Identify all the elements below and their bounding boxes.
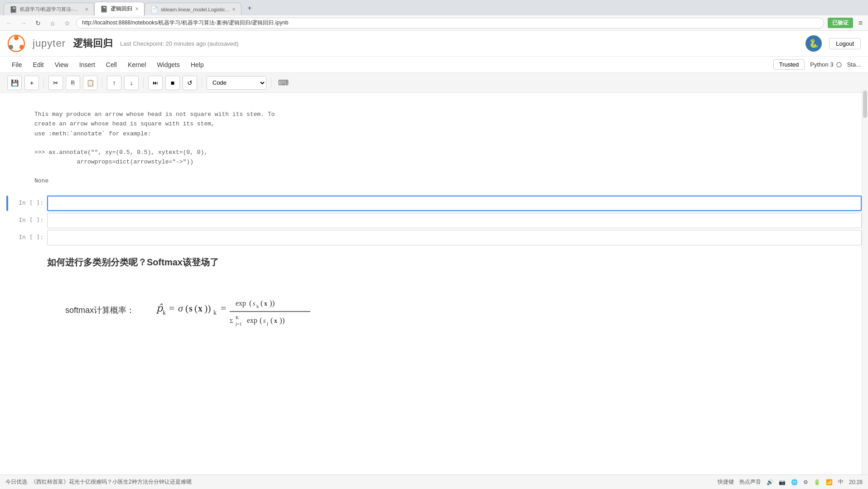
cell-3-input[interactable] [47,230,862,245]
formula-label: softmax计算概率： [65,305,135,316]
network-icon[interactable]: 🌐 [791,479,798,485]
hotspot-label[interactable]: 热点声音 [739,478,761,486]
status-bar: 今日优选 《西红柿首富》花光十亿很难吗？小医生2种方法分分钟让还是难嗯 快捷键 … [0,475,868,489]
code-cell-2[interactable]: In [ ]: [6,213,862,228]
menu-kernel[interactable]: Kernel [123,59,150,70]
menu-view[interactable]: View [50,59,73,70]
wifi-icon: 📶 [826,479,833,485]
menu-insert[interactable]: Insert [75,59,100,70]
active-tab-label: 逻辑回归 [111,5,132,13]
svg-point-1 [14,36,19,40]
svg-text:x: x [264,300,267,307]
toolbar-sep-4 [202,77,202,88]
paste-cell-button[interactable]: 📋 [83,76,97,90]
svg-text:)): )) [270,299,275,307]
new-tab-button[interactable]: + [243,2,256,14]
section-heading: 如何进行多类别分类呢？Softmax该登场了 [47,256,862,268]
tab-2-close-icon[interactable]: ✕ [232,7,236,12]
cell-2-prompt: In [ ]: [6,213,47,228]
forward-button[interactable]: → [18,18,29,29]
svg-text:(: ( [185,302,188,314]
svg-text:j=1: j=1 [235,321,241,326]
notebook-content: This may produce an arrow whose head is … [0,93,868,475]
jupyter-logo [7,34,25,53]
camera-icon[interactable]: 📷 [779,479,786,485]
svg-point-2 [19,45,24,49]
star-button[interactable]: ☆ [62,18,72,29]
trusted-button[interactable]: Trusted [773,59,805,70]
output-line-2: create an arrow whose head is square wit… [34,120,834,129]
back-button[interactable]: ← [4,18,14,29]
start-label: Sta... [847,61,861,68]
status-left: 今日优选 《西红柿首富》花光十亿很难吗？小医生2种方法分分钟让还是难嗯 [5,478,192,486]
cell-output: This may produce an arrow whose head is … [27,102,841,194]
notebook-title: 逻辑回归 [73,37,113,50]
python-logo: 🐍 [805,35,822,52]
menu-help[interactable]: Help [186,59,208,70]
svg-text:s: s [189,303,193,313]
reload-button[interactable]: ↻ [33,18,43,29]
active-tab[interactable]: 📓 逻辑回归 ✕ [94,2,145,15]
trusted-badge: 已验证 [828,18,853,28]
scrollbar-thumb[interactable] [863,91,867,118]
menu-edit[interactable]: Edit [29,59,48,70]
stop-button[interactable]: ■ [165,76,180,90]
tab-2-label: sklearn.linear_model.Logistic... [161,7,229,12]
run-cell-button[interactable]: ⏭ [148,76,163,90]
scrollbar-track[interactable] [862,91,868,475]
active-tab-close-icon[interactable]: ✕ [135,6,139,11]
browser-menu-icon[interactable]: ≡ [857,19,864,27]
toolbar-sep-3 [143,77,144,88]
svg-text:x: x [274,317,277,324]
cell-1-input[interactable] [47,196,862,211]
home-button[interactable]: ⌂ [47,18,58,29]
menu-file[interactable]: File [7,59,27,70]
code-cell-1[interactable]: In [ ]: [6,196,862,211]
svg-text:(: ( [194,302,198,314]
toolbar-sep-2 [102,77,102,88]
svg-text:exp: exp [247,316,257,325]
svg-text:σ: σ [178,302,183,314]
softmax-formula: p̂ k = σ ( s ( x )) k = exp ( s [156,287,338,334]
save-button[interactable]: 💾 [7,76,22,90]
lang-indicator[interactable]: 中 [838,478,844,486]
today-label: 今日优选 [5,478,27,486]
time-display: 20:28 [849,479,863,485]
svg-text:x: x [198,303,203,313]
cell-type-select[interactable]: Code Markdown Raw NBConvert Heading [207,76,266,90]
active-cell-indicator [6,196,8,211]
kernel-info: Python 3 [810,61,841,68]
menu-widgets[interactable]: Widgets [152,59,184,70]
status-right: 快捷键 热点声音 🔊 📷 🌐 ⚙ 🔋 📶 中 20:28 [718,478,863,486]
svg-text:s: s [263,317,266,324]
move-up-button[interactable]: ↑ [107,76,121,90]
cut-cell-button[interactable]: ✂ [48,76,63,90]
tab-2[interactable]: 📄 sklearn.linear_model.Logistic... ✕ [145,3,241,15]
tab-close-icon[interactable]: ✕ [85,7,88,12]
restart-button[interactable]: ↺ [183,76,197,90]
shortcut-label[interactable]: 快捷键 [718,478,734,486]
kernel-status-circle [836,62,842,67]
keyboard-shortcuts-button[interactable]: ⌨ [276,76,290,90]
svg-text:Σ: Σ [230,317,233,324]
cell-2-input[interactable] [47,213,862,228]
svg-text:=: = [221,302,226,314]
output-line-7 [34,167,834,177]
code-cell-3[interactable]: In [ ]: [6,230,862,245]
settings-icon[interactable]: ⚙ [803,479,808,485]
tab-label: 机器学习/机器学习算法-案例/逻 [20,6,82,13]
url-bar[interactable]: http://localhost:8888/notebooks/机器学习/机器学… [76,18,824,29]
copy-cell-button[interactable]: ⎘ [66,76,80,90]
svg-text:K: K [236,315,239,320]
battery-icon: 🔋 [814,479,820,485]
add-cell-button[interactable]: + [24,76,39,90]
formula-container: softmax计算概率： p̂ k = σ ( s ( x )) k = [47,279,862,341]
kernel-name: Python 3 [810,61,833,68]
move-down-button[interactable]: ↓ [124,76,139,90]
svg-text:)): )) [204,302,211,314]
tab[interactable]: 📓 机器学习/机器学习算法-案例/逻 ✕ [4,3,94,15]
svg-text:j: j [266,321,268,326]
logout-button[interactable]: Logout [829,38,861,49]
volume-icon[interactable]: 🔊 [767,479,773,485]
menu-cell[interactable]: Cell [101,59,121,70]
